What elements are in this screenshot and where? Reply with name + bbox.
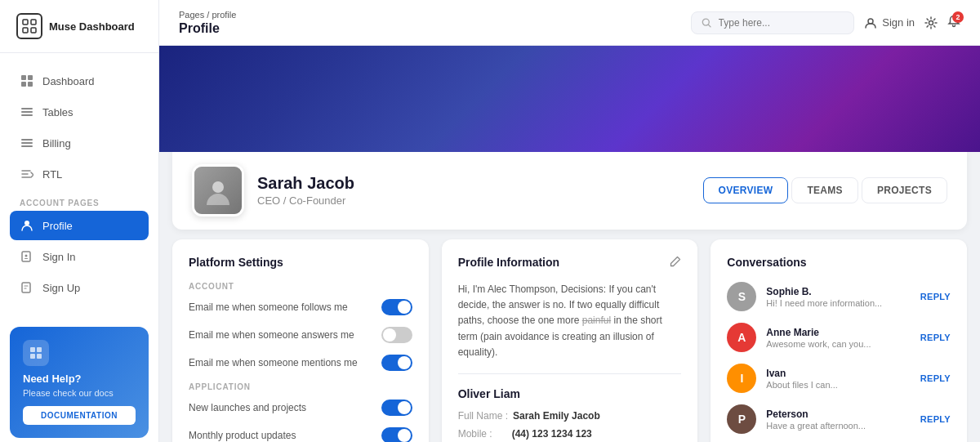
conversation-item-peterson: P Peterson Have a great afternoon... REP…: [727, 404, 951, 434]
toggle-answers[interactable]: [381, 327, 412, 343]
header-left: Pages / profile Profile: [179, 10, 236, 36]
svg-rect-11: [21, 139, 33, 141]
person-name: Oliver Liam: [458, 387, 682, 400]
search-input[interactable]: [719, 17, 844, 29]
main-content: Pages / profile Profile Sign in: [159, 0, 980, 442]
reply-button-sophie[interactable]: REPLY: [920, 292, 951, 301]
tab-projects[interactable]: PROJECTS: [862, 177, 947, 203]
profile-name: Sarah Jacob: [257, 174, 354, 193]
sidebar-navigation: Dashboard Tables Billing: [0, 53, 158, 317]
convo-preview-peterson: Have a great afternoon...: [766, 421, 910, 431]
toggle-row-launches: New launches and projects: [189, 400, 412, 416]
notification-button[interactable]: 2: [947, 15, 960, 31]
conversation-item-anne: A Anne Marie Awesome work, can you... RE…: [727, 323, 951, 352]
fullname-label: Full Name :: [458, 410, 508, 422]
rtl-icon: [20, 167, 34, 181]
avatar-ivan: I: [727, 364, 756, 393]
help-subtitle: Please check our docs: [23, 388, 136, 398]
sidebar-item-billing[interactable]: Billing: [10, 128, 149, 158]
tab-teams[interactable]: TEAMS: [791, 177, 858, 203]
svg-rect-5: [28, 75, 33, 80]
reply-button-ivan[interactable]: REPLY: [920, 373, 951, 383]
svg-rect-22: [37, 354, 42, 359]
help-icon: [23, 340, 49, 366]
rtl-label: RTL: [42, 168, 62, 181]
svg-rect-10: [21, 114, 33, 116]
platform-settings-title: Platform Settings: [189, 256, 412, 269]
conversation-item-ivan: I Ivan About files I can... REPLY: [727, 364, 951, 393]
settings-button[interactable]: [924, 16, 938, 29]
convo-preview-ivan: About files I can...: [766, 380, 910, 390]
avatar: [192, 164, 244, 217]
dashboard-label: Dashboard: [42, 75, 95, 87]
search-box[interactable]: [691, 11, 854, 34]
svg-rect-18: [22, 283, 30, 292]
toggle-row-updates: Monthly product updates: [189, 427, 412, 442]
convo-content-anne: Anne Marie Awesome work, can you...: [766, 327, 910, 349]
account-section-label: ACCOUNT PAGES: [10, 190, 149, 211]
svg-point-16: [25, 255, 28, 257]
svg-point-26: [212, 181, 224, 193]
profile-tabs: OVERVIEW TEAMS PROJECTS: [703, 177, 947, 203]
svg-rect-9: [21, 111, 33, 113]
gear-icon: [924, 16, 938, 29]
toggle-label-answers: Email me when someone answers me: [189, 329, 354, 341]
breadcrumb: Pages / profile: [179, 10, 236, 20]
sidebar-item-signup[interactable]: Sign Up: [10, 273, 149, 302]
svg-point-14: [24, 221, 29, 225]
bio-text: Hi, I'm Alec Thompson, Decisions: If you…: [458, 282, 682, 374]
avatar-anne: A: [727, 323, 756, 352]
svg-point-24: [868, 19, 873, 24]
tab-overview[interactable]: OVERVIEW: [703, 177, 789, 203]
profile-identity: Sarah Jacob CEO / Co-Founder: [192, 164, 354, 217]
reply-button-anne[interactable]: REPLY: [920, 333, 951, 342]
fullname-value: Sarah Emily Jacob: [513, 410, 600, 422]
account-section-label: ACCOUNT: [189, 282, 412, 291]
platform-settings-card: Platform Settings ACCOUNT Email me when …: [172, 239, 429, 442]
toggle-row-follows: Email me when someone follows me: [189, 299, 412, 315]
conversations-card: Conversations S Sophie B. Hi! I need mor…: [710, 239, 967, 442]
toggle-updates[interactable]: [381, 427, 412, 442]
toggle-row-answers: Email me when someone answers me: [189, 327, 412, 343]
reply-button-peterson[interactable]: REPLY: [920, 414, 951, 424]
svg-rect-2: [23, 28, 28, 33]
svg-rect-4: [21, 75, 26, 80]
profile-banner: [159, 46, 980, 152]
sidebar-item-signin[interactable]: Sign In: [10, 242, 149, 271]
page-title: Profile: [179, 21, 236, 36]
convo-content-peterson: Peterson Have a great afternoon...: [766, 409, 910, 431]
svg-rect-13: [21, 145, 33, 147]
sidebar-item-profile[interactable]: Profile: [10, 211, 149, 240]
toggle-mentions[interactable]: [381, 355, 412, 371]
breadcrumb-current: profile: [212, 10, 236, 20]
toggle-label-launches: New launches and projects: [189, 402, 306, 413]
profile-role: CEO / Co-Founder: [257, 194, 354, 207]
mobile-label: Mobile :: [458, 428, 507, 440]
sidebar-item-tables[interactable]: Tables: [10, 97, 149, 127]
convo-preview-sophie: Hi! I need more information...: [766, 298, 910, 308]
avatar-peterson: P: [727, 404, 756, 434]
edit-icon[interactable]: [670, 256, 681, 270]
profile-info-card: Profile Information Hi, I'm Alec Thompso…: [442, 239, 698, 442]
info-row-fullname: Full Name : Sarah Emily Jacob: [458, 410, 682, 422]
svg-point-25: [929, 20, 933, 25]
svg-rect-21: [30, 354, 35, 359]
avatar-placeholder: [194, 167, 242, 214]
sidebar-item-dashboard[interactable]: Dashboard: [10, 66, 149, 96]
toggle-follows[interactable]: [381, 299, 412, 315]
conversations-title: Conversations: [727, 256, 951, 269]
convo-name-sophie: Sophie B.: [766, 286, 910, 297]
svg-rect-7: [28, 82, 33, 87]
user-icon: [864, 16, 877, 29]
documentation-button[interactable]: DOCUMENTATION: [23, 406, 136, 425]
signin-button[interactable]: Sign in: [864, 16, 915, 29]
svg-rect-3: [31, 28, 36, 33]
help-title: Need Help?: [23, 373, 136, 385]
sidebar-logo: Muse Dashboard: [0, 0, 158, 53]
notification-badge: 2: [952, 11, 964, 23]
conversation-item-sophie: S Sophie B. Hi! I need more information.…: [727, 282, 951, 311]
billing-label: Billing: [42, 137, 71, 150]
toggle-launches[interactable]: [381, 400, 412, 416]
svg-rect-17: [24, 258, 28, 259]
sidebar-item-rtl[interactable]: RTL: [10, 159, 149, 189]
